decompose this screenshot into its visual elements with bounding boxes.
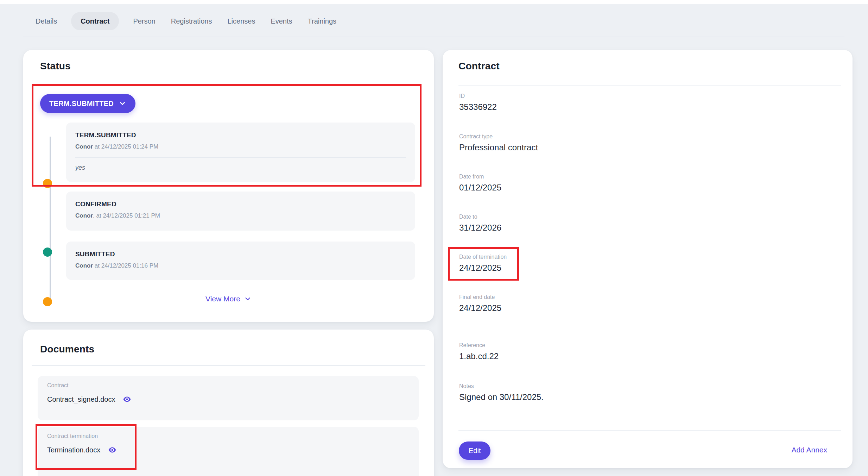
- contract-footer-divider: [458, 430, 841, 431]
- timeline-connector-line: [50, 137, 51, 305]
- field-value: 24/12/2025: [459, 303, 501, 313]
- documents-card-title: Documents: [40, 344, 94, 355]
- field-value: Professional contract: [459, 143, 538, 152]
- timeline-entry-confirmed: CONFIRMED Conor. at 24/12/2025 01:21 PM: [66, 192, 415, 231]
- timeline-entry-user: Conor: [75, 212, 93, 219]
- contract-detail-card: Contract ID 35336922 Contract type Profe…: [443, 50, 853, 468]
- timeline-entry-meta: Conor at 24/12/2025 01:24 PM: [75, 143, 158, 150]
- contract-divider: [458, 86, 841, 86]
- field-label: Date from: [459, 174, 501, 180]
- current-status-label: TERM.SUBMITTED: [49, 100, 114, 108]
- tab-licenses[interactable]: Licenses: [226, 12, 256, 30]
- field-label: Notes: [459, 383, 544, 389]
- document-type-label: Contract termination: [47, 433, 98, 439]
- tab-trainings[interactable]: Trainings: [306, 12, 338, 30]
- document-filename: Contract_signed.docx: [47, 395, 115, 403]
- field-value: 1.ab.cd.22: [459, 351, 499, 361]
- document-type-label: Contract: [47, 382, 68, 389]
- field-value: 31/12/2026: [459, 223, 501, 233]
- chevron-down-icon: [119, 100, 126, 107]
- chevron-down-icon: [244, 295, 252, 303]
- field-contract-type: Contract type Professional contract: [459, 133, 538, 152]
- timeline-entry-timestamp: at 24/12/2025 01:24 PM: [93, 143, 158, 150]
- timeline-dot-term-submitted: [43, 179, 52, 188]
- status-card: Status TERM.SUBMITTED TERM.SUBMITTED Con…: [23, 50, 434, 322]
- eye-icon: [107, 446, 117, 454]
- timeline-dot-confirmed: [43, 248, 52, 257]
- field-value: Signed on 30/11/2025.: [459, 392, 544, 402]
- field-date-from: Date from 01/12/2025: [459, 174, 501, 193]
- status-card-title: Status: [40, 61, 71, 72]
- timeline-entry-timestamp: . at 24/12/2025 01:21 PM: [93, 212, 160, 219]
- field-value: 01/12/2025: [459, 183, 501, 193]
- timeline-entry-submitted: SUBMITTED Conor at 24/12/2025 01:16 PM: [66, 242, 415, 280]
- tab-bar: Details Contract Person Registrations Li…: [34, 4, 338, 38]
- field-final-end-date: Final end date 24/12/2025: [459, 294, 501, 313]
- document-row-contract: Contract Contract_signed.docx: [38, 376, 419, 420]
- field-date-of-termination: Date of termination 24/12/2025: [459, 254, 507, 273]
- timeline-entry-status: SUBMITTED: [75, 250, 115, 258]
- view-more-label: View More: [205, 295, 240, 303]
- field-id: ID 35336922: [459, 93, 497, 112]
- field-label: ID: [459, 93, 497, 99]
- tab-contract[interactable]: Contract: [71, 12, 119, 30]
- view-document-button[interactable]: [107, 446, 117, 454]
- top-white-strip: [0, 0, 868, 4]
- timeline-entry-meta: Conor. at 24/12/2025 01:21 PM: [75, 212, 160, 219]
- edit-button[interactable]: Edit: [459, 441, 490, 460]
- current-status-dropdown-button[interactable]: TERM.SUBMITTED: [40, 94, 135, 113]
- documents-card: Documents Contract Contract_signed.docx …: [23, 330, 434, 476]
- tab-details[interactable]: Details: [34, 12, 58, 30]
- tab-person[interactable]: Person: [132, 12, 157, 30]
- timeline-entry-divider: [75, 157, 406, 158]
- field-label: Date of termination: [459, 254, 507, 260]
- field-date-to: Date to 31/12/2026: [459, 214, 501, 233]
- contract-card-title: Contract: [458, 61, 500, 72]
- field-label: Final end date: [459, 294, 501, 300]
- view-document-button[interactable]: [122, 395, 132, 403]
- documents-divider: [32, 365, 425, 366]
- timeline-entry-term-submitted: TERM.SUBMITTED Conor at 24/12/2025 01:24…: [66, 123, 415, 182]
- timeline-entry-user: Conor: [75, 262, 93, 269]
- timeline-entry-timestamp: at 24/12/2025 01:16 PM: [93, 262, 158, 269]
- timeline-entry-status: CONFIRMED: [75, 200, 116, 208]
- timeline-entry-status: TERM.SUBMITTED: [75, 131, 136, 139]
- tab-registrations[interactable]: Registrations: [170, 12, 214, 30]
- tab-bar-divider: [23, 37, 844, 37]
- timeline-entry-meta: Conor at 24/12/2025 01:16 PM: [75, 262, 158, 269]
- field-reference: Reference 1.ab.cd.22: [459, 342, 499, 361]
- field-notes: Notes Signed on 30/11/2025.: [459, 383, 544, 402]
- add-annex-link[interactable]: Add Annex: [791, 446, 827, 454]
- field-label: Contract type: [459, 133, 538, 140]
- view-more-link[interactable]: View More: [23, 295, 434, 303]
- timeline-entry-note: yes: [75, 164, 85, 171]
- field-value: 35336922: [459, 102, 497, 112]
- document-row-contract-termination: Contract termination Termination.docx: [38, 427, 419, 476]
- tab-events[interactable]: Events: [269, 12, 293, 30]
- timeline-entry-user: Conor: [75, 143, 93, 150]
- eye-icon: [122, 395, 132, 403]
- field-value: 24/12/2025: [459, 263, 507, 273]
- document-filename: Termination.docx: [47, 446, 100, 454]
- field-label: Date to: [459, 214, 501, 220]
- field-label: Reference: [459, 342, 499, 349]
